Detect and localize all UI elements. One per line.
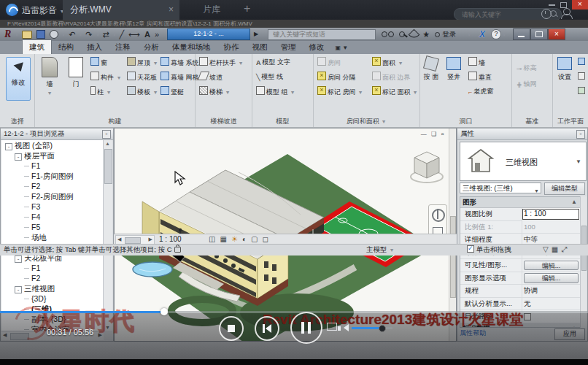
- communication-center-icon[interactable]: [409, 28, 420, 40]
- column-button[interactable]: 柱 ▼: [90, 86, 111, 97]
- search-binoculars-icon[interactable]: [382, 31, 387, 37]
- floor-button[interactable]: 楼板 ▼: [127, 86, 158, 97]
- view-control-icons[interactable]: ◫▦☀◐▢◻: [209, 235, 273, 243]
- tree-item[interactable]: F2-房间图例: [1, 191, 104, 201]
- tag-room-button[interactable]: 标记 房间 ▼: [317, 86, 363, 97]
- tree-expand-icon[interactable]: -: [5, 143, 12, 150]
- tree-item[interactable]: F1: [1, 161, 104, 171]
- exchange-apps-icon[interactable]: X: [479, 29, 485, 39]
- player-tab-library[interactable]: 片库: [175, 0, 248, 20]
- roof-button[interactable]: 屋顶 ▼: [127, 57, 158, 68]
- tree-item[interactable]: F4: [1, 212, 104, 222]
- tree-item[interactable]: 场地: [1, 232, 104, 242]
- view-next-icon[interactable]: ▶: [254, 28, 258, 40]
- tree-item[interactable]: -楼层平面: [1, 150, 104, 161]
- tree-item[interactable]: F3: [1, 201, 104, 212]
- qat-more-button[interactable]: »: [155, 28, 159, 40]
- railing-button[interactable]: 栏杆扶手 ▼: [199, 57, 243, 68]
- viewcube[interactable]: [409, 147, 444, 185]
- room-separator-button[interactable]: 房间 分隔: [317, 72, 356, 82]
- set-workplane-button[interactable]: 设置: [554, 55, 575, 102]
- tree-expand-icon[interactable]: -: [15, 153, 22, 161]
- component-button[interactable]: 构件 ▼: [90, 72, 121, 82]
- curtain-grid-button[interactable]: 幕墙 网格: [160, 72, 199, 82]
- redo-icon[interactable]: ↷: [85, 28, 92, 40]
- signin-user-icon[interactable]: [435, 32, 440, 37]
- modify-button[interactable]: 修改: [6, 57, 31, 101]
- ribbon-tab-modify[interactable]: 修改: [303, 40, 331, 54]
- area-boundary-button[interactable]: 面积 边界: [372, 72, 411, 82]
- revit-app-button[interactable]: R: [4, 28, 11, 40]
- grid-button[interactable]: ⋕轴网: [517, 79, 537, 90]
- active-view-title[interactable]: 12-1-2 - ...: [167, 28, 250, 40]
- favorites-icon[interactable]: ★: [422, 30, 430, 39]
- tree-expand-icon[interactable]: -: [15, 286, 22, 293]
- window-button[interactable]: 窗: [90, 57, 107, 68]
- property-value[interactable]: 无: [522, 298, 580, 310]
- view-scale-label[interactable]: 1 : 100: [159, 235, 182, 243]
- property-edit-button[interactable]: 编辑...: [524, 273, 579, 283]
- properties-header[interactable]: 属性 ▫: [457, 128, 587, 140]
- panel-close-icon[interactable]: ▫: [576, 130, 585, 139]
- status-filter-icons[interactable]: ▽▦⤢: [543, 245, 570, 255]
- property-value[interactable]: 协调: [522, 285, 580, 297]
- property-value[interactable]: 1 : 100: [522, 208, 580, 220]
- window-minimize-button[interactable]: [549, 4, 555, 6]
- wall-opening-button[interactable]: 墙: [468, 57, 485, 68]
- design-option-select[interactable]: 主模型 ▼: [366, 245, 395, 256]
- steering-wheel-icon[interactable]: [432, 209, 445, 222]
- player-tab-current[interactable]: 分析.WMV ×: [63, 0, 179, 20]
- type-selector[interactable]: 三维视图 ▼: [460, 142, 587, 181]
- property-value[interactable]: 编辑...: [522, 259, 580, 272]
- history-icon[interactable]: [541, 9, 552, 19]
- room-button[interactable]: 房间: [317, 57, 341, 68]
- switch-windows-icon[interactable]: ⇄: [102, 28, 109, 40]
- volume-icon[interactable]: [340, 324, 349, 331]
- seek-bar-handle[interactable]: [160, 308, 168, 315]
- stair-button[interactable]: 楼梯 ▼: [199, 86, 230, 97]
- open-icon[interactable]: [22, 31, 32, 39]
- previous-button[interactable]: [255, 316, 279, 341]
- text-icon[interactable]: A: [144, 28, 150, 40]
- ribbon-tab-annotate[interactable]: 注释: [109, 40, 137, 54]
- stop-button[interactable]: [219, 316, 244, 341]
- tree-item[interactable]: F2: [1, 273, 104, 283]
- tab-close-icon[interactable]: ×: [169, 4, 174, 15]
- ribbon-tab-structure[interactable]: 结构: [52, 40, 80, 54]
- dormer-button[interactable]: ⌐老虎窗: [468, 86, 493, 97]
- pause-button[interactable]: [290, 312, 322, 344]
- scroll-up-icon[interactable]: ▲: [105, 141, 110, 146]
- signin-label[interactable]: 登录: [442, 30, 456, 39]
- model-text-button[interactable]: A模型 文字: [256, 57, 290, 68]
- revit-restore-button[interactable]: [530, 28, 548, 40]
- measure-icon[interactable]: ╱: [120, 28, 125, 40]
- property-edit-button[interactable]: 编辑...: [524, 261, 579, 271]
- panel-label[interactable]: 房间和面积 ▼: [314, 117, 419, 126]
- shaft-button[interactable]: 竖井: [444, 55, 464, 102]
- ref-plane-button[interactable]: [578, 86, 587, 97]
- workplane-viewer-button[interactable]: [578, 72, 587, 82]
- window-close-button[interactable]: ×: [572, 0, 588, 9]
- property-value[interactable]: 编辑...: [522, 272, 580, 285]
- browser-scrollbar[interactable]: ▲ ▼: [103, 140, 112, 331]
- ceiling-button[interactable]: 天花板: [127, 72, 157, 82]
- tree-item[interactable]: {3D}: [1, 293, 104, 304]
- window-maximize-button[interactable]: [560, 2, 567, 8]
- model-line-button[interactable]: ╲模型 线: [256, 72, 283, 82]
- save-icon[interactable]: [36, 30, 45, 39]
- view-window-controls[interactable]: — ❏ ×: [421, 131, 446, 137]
- ribbon-tab-analyze[interactable]: 分析: [137, 40, 166, 54]
- ribbon-tab-view[interactable]: 视图: [246, 40, 274, 54]
- subscription-key-icon[interactable]: [399, 31, 405, 37]
- player-search-input[interactable]: [460, 9, 543, 20]
- tree-item[interactable]: -三维视图: [1, 283, 104, 293]
- player-app-menu[interactable]: 迅雷影音 ▼: [22, 4, 65, 17]
- ramp-button[interactable]: 坡道: [199, 72, 223, 82]
- show-workplane-button[interactable]: [578, 57, 587, 68]
- opening-by-face-button[interactable]: 按 面: [422, 55, 441, 102]
- ribbon-tab-insert[interactable]: 插入: [80, 40, 109, 54]
- tree-item[interactable]: F1: [1, 263, 104, 273]
- mullion-button[interactable]: 竖梃: [160, 86, 184, 97]
- undo-icon[interactable]: ↶: [69, 28, 75, 40]
- scrollbar-thumb[interactable]: [104, 149, 112, 184]
